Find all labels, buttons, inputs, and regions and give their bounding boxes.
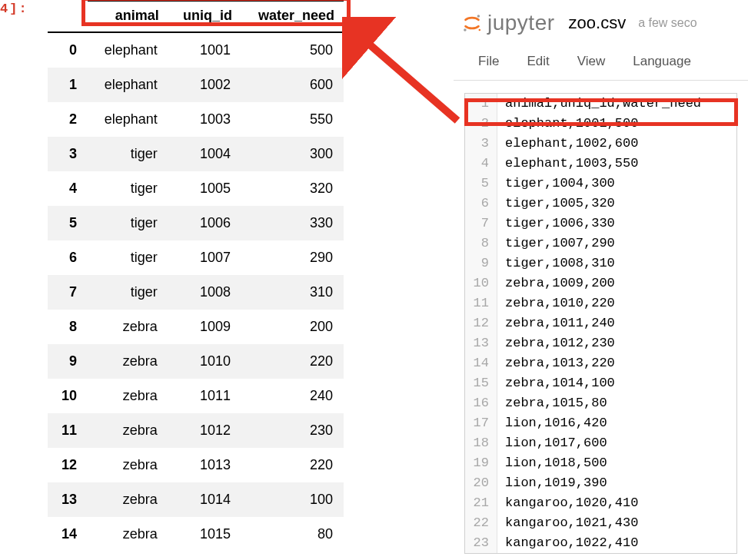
table-row: 10zebra1011240 bbox=[48, 379, 344, 413]
line-number: 7 bbox=[465, 214, 497, 234]
row-index: 0 bbox=[48, 32, 88, 68]
line-content[interactable]: zebra,1012,230 bbox=[497, 333, 615, 353]
cell-animal: elephant bbox=[88, 32, 168, 68]
line-number: 11 bbox=[465, 293, 497, 313]
table-row: 0elephant1001500 bbox=[48, 32, 344, 68]
editor-line[interactable]: 17lion,1016,420 bbox=[465, 413, 736, 433]
line-content[interactable]: lion,1019,390 bbox=[497, 473, 607, 493]
line-content[interactable]: zebra,1009,200 bbox=[497, 273, 615, 293]
line-content[interactable]: lion,1016,420 bbox=[497, 413, 607, 433]
row-index: 10 bbox=[48, 379, 88, 413]
menu-view[interactable]: View bbox=[577, 54, 606, 69]
cell-water_need: 300 bbox=[241, 137, 344, 171]
line-content[interactable]: tiger,1008,310 bbox=[497, 253, 615, 273]
jupyter-filename[interactable]: zoo.csv bbox=[569, 13, 627, 33]
editor-line[interactable]: 7tiger,1006,330 bbox=[465, 214, 736, 234]
row-index: 6 bbox=[48, 240, 88, 275]
editor-line[interactable]: 9tiger,1008,310 bbox=[465, 253, 736, 273]
jupyter-logo[interactable]: jupyter bbox=[461, 11, 555, 35]
menu-file[interactable]: File bbox=[478, 54, 499, 69]
line-content[interactable]: kangaroo,1022,410 bbox=[497, 533, 638, 553]
cell-water_need: 320 bbox=[241, 171, 344, 206]
cell-water_need: 220 bbox=[241, 448, 344, 482]
line-number: 3 bbox=[465, 134, 497, 154]
dataframe-table: animal uniq_id water_need 0elephant10015… bbox=[48, 0, 344, 552]
editor-line[interactable]: 3elephant,1002,600 bbox=[465, 134, 736, 154]
editor-line[interactable]: 10zebra,1009,200 bbox=[465, 273, 736, 293]
cell-water_need: 200 bbox=[241, 310, 344, 344]
svg-point-3 bbox=[479, 29, 481, 31]
editor-line[interactable]: 5tiger,1004,300 bbox=[465, 174, 736, 194]
cell-uniq_id: 1013 bbox=[168, 448, 241, 482]
line-content[interactable]: lion,1018,500 bbox=[497, 453, 607, 473]
cell-water_need: 100 bbox=[241, 482, 344, 517]
jupyter-header: jupyter zoo.csv a few seco bbox=[454, 0, 748, 40]
line-content[interactable]: kangaroo,1020,410 bbox=[497, 493, 638, 513]
line-content[interactable]: elephant,1003,550 bbox=[497, 154, 638, 174]
menu-edit[interactable]: Edit bbox=[527, 54, 549, 69]
editor-line[interactable]: 12zebra,1011,240 bbox=[465, 313, 736, 333]
editor-line[interactable]: 1animal,uniq_id,water_need bbox=[465, 94, 736, 114]
line-number: 21 bbox=[465, 493, 497, 513]
line-content[interactable]: tiger,1004,300 bbox=[497, 174, 615, 194]
csv-editor[interactable]: 1animal,uniq_id,water_need2elephant,1001… bbox=[464, 93, 737, 554]
editor-line[interactable]: 6tiger,1005,320 bbox=[465, 194, 736, 214]
row-index: 13 bbox=[48, 482, 88, 517]
cell-water_need: 240 bbox=[241, 379, 344, 413]
line-content[interactable]: tiger,1007,290 bbox=[497, 234, 615, 253]
line-content[interactable]: zebra,1013,220 bbox=[497, 353, 615, 373]
editor-line[interactable]: 19lion,1018,500 bbox=[465, 453, 736, 473]
editor-line[interactable]: 23kangaroo,1022,410 bbox=[465, 533, 736, 553]
table-row: 14zebra101580 bbox=[48, 517, 344, 552]
editor-line[interactable]: 8tiger,1007,290 bbox=[465, 234, 736, 253]
editor-line[interactable]: 4elephant,1003,550 bbox=[465, 154, 736, 174]
cell-water_need: 290 bbox=[241, 240, 344, 275]
line-number: 19 bbox=[465, 453, 497, 473]
cell-water_need: 80 bbox=[241, 517, 344, 552]
cell-animal: elephant bbox=[88, 102, 168, 137]
line-content[interactable]: tiger,1005,320 bbox=[497, 194, 615, 214]
editor-line[interactable]: 22kangaroo,1021,430 bbox=[465, 513, 736, 533]
cell-animal: tiger bbox=[88, 137, 168, 171]
line-content[interactable]: lion,1017,600 bbox=[497, 433, 607, 453]
editor-line[interactable]: 20lion,1019,390 bbox=[465, 473, 736, 493]
line-content[interactable]: kangaroo,1021,430 bbox=[497, 513, 638, 533]
line-content[interactable]: zebra,1010,220 bbox=[497, 293, 615, 313]
line-content[interactable]: zebra,1015,80 bbox=[497, 393, 607, 413]
jupyter-saved-ago: a few seco bbox=[638, 16, 696, 30]
row-index: 8 bbox=[48, 310, 88, 344]
cell-uniq_id: 1011 bbox=[168, 379, 241, 413]
jupyter-logo-text: jupyter bbox=[487, 11, 555, 35]
editor-line[interactable]: 14zebra,1013,220 bbox=[465, 353, 736, 373]
row-index: 14 bbox=[48, 517, 88, 552]
cell-uniq_id: 1015 bbox=[168, 517, 241, 552]
line-content[interactable]: zebra,1011,240 bbox=[497, 313, 615, 333]
cell-uniq_id: 1009 bbox=[168, 310, 241, 344]
line-number: 9 bbox=[465, 253, 497, 273]
jupyter-menu: File Edit View Language bbox=[454, 40, 748, 81]
line-number: 10 bbox=[465, 273, 497, 293]
col-header-uniq-id: uniq_id bbox=[168, 1, 241, 32]
line-content[interactable]: elephant,1001,500 bbox=[497, 114, 638, 134]
editor-line[interactable]: 11zebra,1010,220 bbox=[465, 293, 736, 313]
editor-line[interactable]: 21kangaroo,1020,410 bbox=[465, 493, 736, 513]
editor-line[interactable]: 2elephant,1001,500 bbox=[465, 114, 736, 134]
cell-uniq_id: 1007 bbox=[168, 240, 241, 275]
line-content[interactable]: animal,uniq_id,water_need bbox=[497, 94, 701, 114]
row-index: 12 bbox=[48, 448, 88, 482]
line-content[interactable]: zebra,1014,100 bbox=[497, 373, 615, 393]
cell-uniq_id: 1002 bbox=[168, 68, 241, 102]
line-content[interactable]: tiger,1006,330 bbox=[497, 214, 615, 234]
dataframe-corner bbox=[48, 1, 88, 32]
cell-animal: tiger bbox=[88, 240, 168, 275]
editor-line[interactable]: 16zebra,1015,80 bbox=[465, 393, 736, 413]
menu-language[interactable]: Language bbox=[633, 54, 691, 69]
editor-line[interactable]: 18lion,1017,600 bbox=[465, 433, 736, 453]
editor-line[interactable]: 15zebra,1014,100 bbox=[465, 373, 736, 393]
table-row: 3tiger1004300 bbox=[48, 137, 344, 171]
cell-animal: elephant bbox=[88, 68, 168, 102]
line-content[interactable]: elephant,1002,600 bbox=[497, 134, 638, 154]
table-row: 6tiger1007290 bbox=[48, 240, 344, 275]
line-number: 17 bbox=[465, 413, 497, 433]
editor-line[interactable]: 13zebra,1012,230 bbox=[465, 333, 736, 353]
